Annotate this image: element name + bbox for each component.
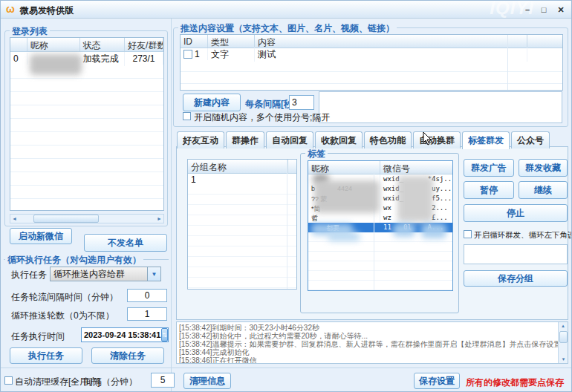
redaction-blur	[314, 180, 380, 213]
loop-mass-send-label: 开启循环群发、循环左下角设置	[474, 230, 572, 241]
push-table-header: ID 类型 内容	[181, 35, 562, 48]
run-task-button[interactable]: 执行任务	[10, 347, 82, 364]
save-group-button[interactable]: 保存分组	[464, 270, 568, 287]
tab-special-features[interactable]: 特色功能	[364, 131, 412, 148]
log-line: [15:38:42]温馨提示：如果需要护群、回复群消息、新人进群等，需在群操作里…	[179, 340, 565, 348]
stop-button[interactable]: 停止	[464, 204, 568, 222]
group-name-col: 分组名称	[188, 160, 288, 173]
log-vscroll-thumb[interactable]	[559, 331, 568, 343]
push-row-id-cell: 1	[181, 48, 208, 60]
push-table[interactable]: ID 类型 内容 1 文字 测试	[180, 34, 563, 91]
scroll-down-icon[interactable]: ▼	[559, 356, 568, 363]
save-warning-text: 所有的修改都需要点保存	[466, 376, 564, 389]
pause-button[interactable]: 暂停	[464, 181, 514, 199]
mouse-cursor-icon	[423, 131, 432, 146]
push-content-group: 推送内容设置（支持文本、图片、名片、视频、链接） ID 类型 内容 1 文字 测…	[173, 27, 568, 127]
group-name-value: 1	[188, 174, 287, 184]
redacted-nickname-blur	[30, 54, 82, 75]
tag-col-nick: 昵称	[308, 161, 380, 174]
log-vscrollbar[interactable]: ▲ ▼	[558, 322, 568, 363]
exec-time-input[interactable]: 2023-09-24 15:38:41 ⇅	[81, 327, 169, 342]
tab-friend-interact[interactable]: 好友互动	[177, 131, 224, 148]
close-button[interactable]: ✕	[554, 4, 568, 16]
log-line: [15:38:42]到期时间：30天23小时46分32秒	[179, 324, 565, 332]
tag-tab-panel: 分组名称 1 标签 昵称 微信号 wxid_ *4sj...	[176, 146, 568, 320]
redaction-blur	[393, 223, 415, 237]
push-row-content: 测试	[255, 48, 527, 62]
tag-row-nick: 哲	[308, 213, 380, 223]
push-row-id: 1	[195, 49, 200, 59]
scroll-up-icon[interactable]: ▲	[559, 322, 568, 330]
vertical-divider	[171, 19, 172, 392]
group-name-col-extra	[288, 160, 296, 173]
random-content-checkbox[interactable]	[183, 112, 191, 120]
task-interval-input[interactable]: 0	[127, 289, 167, 302]
login-col-status: 状态	[80, 38, 126, 51]
minimize-button[interactable]: –	[521, 4, 534, 16]
push-preview-box[interactable]	[319, 91, 562, 123]
tag-group-label: 标签	[305, 148, 328, 160]
loop-rounds-label: 循环推送轮数（0为不限）	[11, 310, 114, 322]
clean-info-button[interactable]: 清理信息	[183, 373, 231, 389]
title-bar: IQIYI ω 微易发特供版 – □ ✕	[1, 1, 572, 19]
start-new-wechat-button[interactable]: 启动新微信	[10, 228, 72, 244]
exec-task-label: 执行任务	[11, 269, 47, 281]
exec-time-value: 2023-09-24 15:38:41	[84, 330, 160, 339]
chevron-down-icon[interactable]: ▼	[147, 267, 160, 281]
push-row[interactable]: 1 文字 测试	[181, 48, 562, 60]
redaction-blur	[328, 232, 360, 241]
tag-col-wxid: 微信号	[380, 161, 452, 174]
tab-group-ops[interactable]: 群操作	[226, 131, 264, 148]
log-line: [15:38:42]初始化中，此过程大约需要20秒，请耐心等待...	[179, 332, 565, 340]
loop-setting-input[interactable]	[464, 244, 568, 264]
push-row-checkbox[interactable]	[183, 50, 192, 59]
tag-empty-rows	[308, 232, 452, 292]
push-row-type: 文字	[208, 48, 255, 62]
no-send-list-button[interactable]: 不发名单	[84, 234, 167, 252]
login-row-count: 273/1	[125, 53, 163, 65]
tab-payment-reply[interactable]: 收款回复	[315, 131, 363, 148]
loop-task-group: 循环执行任务（对勾选用户有效） 执行任务 循环推送内容给群 ▼ 任务轮流间隔时间…	[4, 259, 169, 365]
login-table[interactable]: 昵称 状态 好友/群数 0 加载完成 273/1	[10, 37, 164, 211]
group-name-header: 分组名称	[188, 160, 296, 174]
push-content-title: 推送内容设置（支持文本、图片、名片、视频、链接）	[178, 22, 397, 35]
clear-task-button[interactable]: 清除任务	[91, 347, 164, 364]
task-interval-label: 任务轮流间隔时间（分钟）	[11, 291, 118, 304]
tab-tag-mass-send[interactable]: 标签群发	[462, 131, 510, 149]
group-name-empty-rows	[188, 184, 296, 290]
login-col-nick: 昵称	[27, 38, 80, 51]
group-name-row[interactable]: 1	[188, 174, 296, 184]
tag-member-table[interactable]: 昵称 微信号 wxid_ *4sj... b 4424 wxid_ uy... …	[308, 160, 453, 291]
mass-send-favorites-button[interactable]: 群发收藏	[519, 159, 568, 177]
time-spinner-icon[interactable]: ⇅	[161, 328, 168, 342]
login-hscroll-thumb[interactable]	[33, 215, 99, 223]
app-logo-icon: ω	[6, 4, 15, 14]
app-window: IQIYI ω 微易发特供版 – □ ✕ 登录列表 昵称 状态 好友/群数 0 …	[0, 0, 572, 392]
mass-send-ad-button[interactable]: 群发广告	[464, 159, 514, 177]
tab-official-account[interactable]: 公众号	[511, 131, 550, 148]
group-name-table[interactable]: 分组名称 1	[187, 159, 297, 290]
exec-time-label: 任务执行时间	[11, 330, 65, 343]
loop-mass-send-checkbox[interactable]	[464, 230, 472, 238]
push-col-extra	[527, 35, 562, 48]
login-list-title: 登录列表	[10, 25, 50, 38]
save-settings-button[interactable]: 保存设置	[414, 373, 460, 389]
per-message-gap-input[interactable]: 3	[289, 95, 314, 110]
loop-task-title: 循环执行任务（对勾选用户有效）	[5, 254, 143, 267]
log-box[interactable]: [15:38:42]到期时间：30天23小时46分32秒 [15:38:42]初…	[176, 321, 568, 364]
new-content-button[interactable]: 新建内容	[183, 94, 241, 111]
login-table-header: 昵称 状态 好友/群数	[10, 38, 163, 52]
login-hscrollbar[interactable]: ◄ ►	[10, 214, 164, 223]
exec-task-combobox[interactable]: 循环推送内容给群 ▼	[50, 267, 161, 281]
scroll-right-icon[interactable]: ►	[155, 216, 163, 221]
tab-auto-switch-group[interactable]: 自动换群	[413, 131, 461, 148]
tab-auto-reply[interactable]: 自动回复	[266, 131, 313, 148]
resume-button[interactable]: 继续	[519, 181, 568, 199]
loop-rounds-input[interactable]: 1	[127, 307, 167, 321]
scroll-left-icon[interactable]: ◄	[10, 216, 19, 221]
login-row-status: 加载完成	[80, 52, 126, 66]
maximize-button[interactable]: □	[537, 4, 550, 16]
auto-clean-cache-checkbox[interactable]	[4, 376, 13, 385]
cache-interval-input[interactable]: 5	[151, 373, 175, 388]
push-extra-divider	[507, 35, 508, 90]
